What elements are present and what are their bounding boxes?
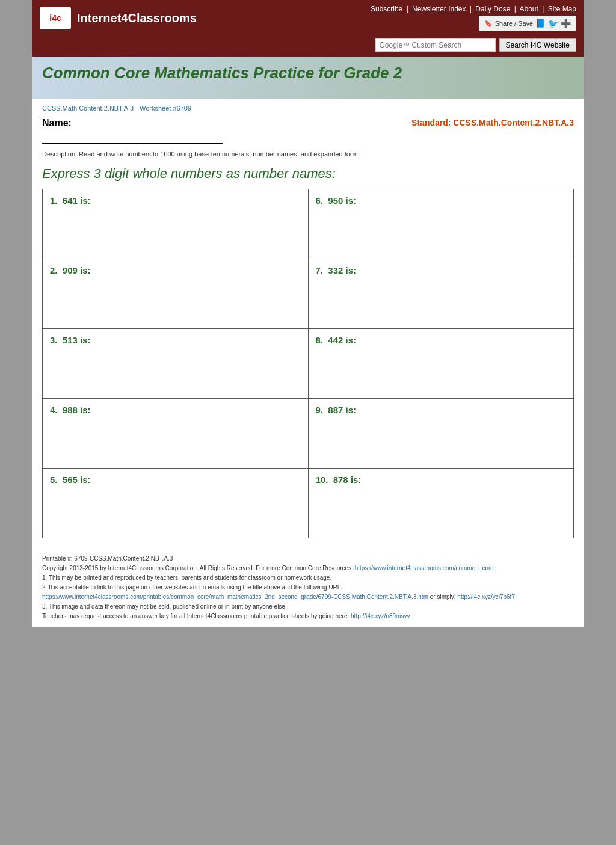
problem-label: 1. 641 is: bbox=[50, 195, 301, 206]
problem-row: 4. 988 is: 9. 887 is: bbox=[43, 399, 573, 469]
name-label: Name: bbox=[42, 118, 308, 129]
site-name: Internet4Classrooms bbox=[77, 11, 197, 25]
logo-icon: i4c bbox=[40, 7, 71, 29]
problem-row: 1. 641 is: 6. 950 is: bbox=[43, 189, 573, 259]
problem-cell: 6. 950 is: bbox=[309, 189, 574, 259]
problem-label: 6. 950 is: bbox=[316, 195, 567, 206]
name-section: Name: bbox=[42, 118, 308, 144]
problem-cell: 3. 513 is: bbox=[43, 329, 309, 398]
daily-dose-link[interactable]: Daily Dose bbox=[475, 5, 510, 13]
standard-label: Standard: CCSS.Math.Content.2.NBT.A.3 bbox=[308, 118, 574, 128]
copyright-link[interactable]: https://www.internet4classrooms.com/comm… bbox=[355, 565, 494, 571]
problem-cell: 8. 442 is: bbox=[309, 329, 574, 398]
url-long-link[interactable]: https://www.internet4classrooms.com/prin… bbox=[42, 594, 428, 600]
problem-cell: 10. 878 is: bbox=[309, 469, 574, 538]
newsletter-index-link[interactable]: Newsletter Index bbox=[412, 5, 466, 13]
problem-grid: 1. 641 is: 6. 950 is: 2. 909 is: bbox=[42, 189, 574, 538]
problem-cell: 1. 641 is: bbox=[43, 189, 309, 259]
problem-label: 10. 878 is: bbox=[316, 475, 567, 485]
problem-cell: 4. 988 is: bbox=[43, 399, 309, 468]
note1: 1. This may be printed and reproduced by… bbox=[42, 573, 574, 583]
printable-number: Printable #: 6709-CCSS.Math.Content.2.NB… bbox=[42, 554, 574, 564]
worksheet: CCSS.Math.Content.2.NBT.A.3 - Worksheet … bbox=[32, 99, 584, 548]
site-map-link[interactable]: Site Map bbox=[548, 5, 576, 13]
problem-label: 2. 909 is: bbox=[50, 265, 301, 275]
problem-row: 5. 565 is: 10. 878 is: bbox=[43, 469, 573, 538]
search-button[interactable]: Search I4C Website bbox=[499, 38, 577, 52]
problem-row: 3. 513 is: 8. 442 is: bbox=[43, 329, 573, 399]
url-short-link[interactable]: http://i4c.xyz/ycl7b6f7 bbox=[457, 594, 515, 600]
about-link[interactable]: About bbox=[519, 5, 538, 13]
banner: Common Core Mathematics Practice for Gra… bbox=[32, 57, 584, 99]
subscribe-link[interactable]: Subscribe bbox=[371, 5, 402, 13]
exercise-title: Express 3 digit whole numbers as number … bbox=[42, 166, 574, 182]
problem-row: 2. 909 is: 7. 332 is: bbox=[43, 259, 573, 329]
note4: Teachers may request access to an answer… bbox=[42, 612, 574, 621]
search-input[interactable] bbox=[375, 38, 496, 52]
note2: 2. It is acceptable to link to this page… bbox=[42, 583, 574, 592]
problem-cell: 9. 887 is: bbox=[309, 399, 574, 468]
copyright: Copyright 2013-2015 by Internet4Classroo… bbox=[42, 564, 574, 573]
name-standard-row: Name: Standard: CCSS.Math.Content.2.NBT.… bbox=[42, 118, 574, 144]
share-widget[interactable]: 🔖 Share / Save 📘 🐦 ➕ bbox=[479, 16, 576, 31]
worksheet-id: CCSS.Math.Content.2.NBT.A.3 - Worksheet … bbox=[42, 105, 574, 112]
url-long: https://www.internet4classrooms.com/prin… bbox=[42, 592, 574, 602]
page-title: Common Core Mathematics Practice for Gra… bbox=[42, 64, 574, 82]
logo-area: i4c Internet4Classrooms bbox=[40, 7, 197, 29]
problem-cell: 2. 909 is: bbox=[43, 259, 309, 328]
name-line bbox=[42, 132, 223, 144]
note3: 3. This image and data thereon may not b… bbox=[42, 602, 574, 612]
search-row: Search I4C Website bbox=[32, 36, 584, 57]
note4-link[interactable]: http://i4c.xyz/n89msyv bbox=[351, 613, 410, 619]
standard-section: Standard: CCSS.Math.Content.2.NBT.A.3 bbox=[308, 118, 574, 128]
problem-label: 8. 442 is: bbox=[316, 335, 567, 345]
problem-label: 3. 513 is: bbox=[50, 335, 301, 345]
footer: Printable #: 6709-CCSS.Math.Content.2.NB… bbox=[32, 548, 584, 627]
problem-cell: 7. 332 is: bbox=[309, 259, 574, 328]
problem-label: 4. 988 is: bbox=[50, 405, 301, 415]
problem-label: 7. 332 is: bbox=[316, 265, 567, 275]
description: Description: Read and write numbers to 1… bbox=[42, 150, 574, 158]
problem-cell: 5. 565 is: bbox=[43, 469, 309, 538]
problem-label: 5. 565 is: bbox=[50, 475, 301, 485]
nav-links: Subscribe | Newsletter Index | Daily Dos… bbox=[371, 5, 576, 13]
problem-label: 9. 887 is: bbox=[316, 405, 567, 415]
